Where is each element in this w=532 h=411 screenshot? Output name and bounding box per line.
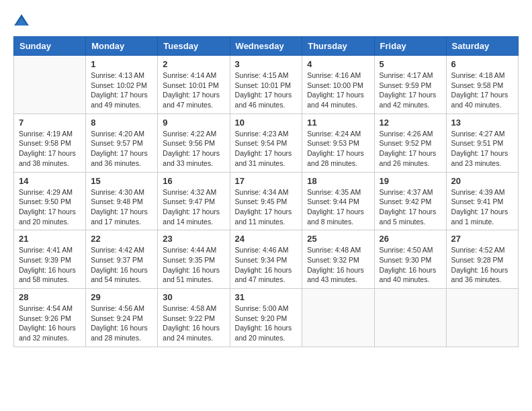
calendar-week-row: 28Sunrise: 4:54 AMSunset: 9:26 PMDayligh… <box>14 289 519 347</box>
calendar-cell <box>302 289 374 347</box>
logo <box>13 13 32 30</box>
day-info: Sunrise: 4:46 AMSunset: 9:34 PMDaylight:… <box>235 245 298 285</box>
day-number: 21 <box>19 234 81 244</box>
day-number: 19 <box>380 176 441 186</box>
day-number: 25 <box>307 234 369 244</box>
day-number: 11 <box>307 118 369 128</box>
day-info: Sunrise: 5:00 AMSunset: 9:20 PMDaylight:… <box>235 304 298 343</box>
day-of-week-header: Sunday <box>14 37 86 56</box>
day-info: Sunrise: 4:39 AMSunset: 9:41 PMDaylight:… <box>451 187 513 227</box>
day-info: Sunrise: 4:35 AMSunset: 9:44 PMDaylight:… <box>307 187 369 227</box>
calendar-week-row: 14Sunrise: 4:29 AMSunset: 9:50 PMDayligh… <box>14 172 519 230</box>
day-info: Sunrise: 4:15 AMSunset: 10:01 PMDaylight… <box>235 71 298 110</box>
calendar-cell: 20Sunrise: 4:39 AMSunset: 9:41 PMDayligh… <box>446 172 518 230</box>
day-info: Sunrise: 4:20 AMSunset: 9:57 PMDaylight:… <box>91 129 152 169</box>
calendar-week-row: 21Sunrise: 4:41 AMSunset: 9:39 PMDayligh… <box>14 230 519 289</box>
day-number: 2 <box>163 59 224 69</box>
day-number: 17 <box>235 176 298 186</box>
day-number: 31 <box>235 292 298 302</box>
day-number: 15 <box>91 176 152 186</box>
calendar-cell: 15Sunrise: 4:30 AMSunset: 9:48 PMDayligh… <box>86 172 158 230</box>
calendar-cell: 27Sunrise: 4:52 AMSunset: 9:28 PMDayligh… <box>446 230 518 289</box>
day-number: 14 <box>19 176 81 186</box>
day-info: Sunrise: 4:32 AMSunset: 9:47 PMDaylight:… <box>163 187 224 227</box>
day-number: 22 <box>91 234 152 244</box>
calendar-cell <box>374 289 446 347</box>
calendar-cell: 30Sunrise: 4:58 AMSunset: 9:22 PMDayligh… <box>158 289 230 347</box>
day-number: 24 <box>235 234 298 244</box>
day-number: 18 <box>307 176 369 186</box>
calendar-cell: 12Sunrise: 4:26 AMSunset: 9:52 PMDayligh… <box>374 113 446 172</box>
calendar-table: SundayMondayTuesdayWednesdayThursdayFrid… <box>13 36 519 347</box>
day-info: Sunrise: 4:26 AMSunset: 9:52 PMDaylight:… <box>380 129 441 169</box>
day-of-week-header: Monday <box>86 37 158 56</box>
calendar-cell: 23Sunrise: 4:44 AMSunset: 9:35 PMDayligh… <box>158 230 230 289</box>
calendar-cell <box>446 289 518 347</box>
day-info: Sunrise: 4:27 AMSunset: 9:51 PMDaylight:… <box>451 129 513 169</box>
day-number: 4 <box>307 59 369 69</box>
day-info: Sunrise: 4:14 AMSunset: 10:01 PMDaylight… <box>163 71 224 110</box>
calendar-cell: 10Sunrise: 4:23 AMSunset: 9:54 PMDayligh… <box>230 113 302 172</box>
calendar-cell: 14Sunrise: 4:29 AMSunset: 9:50 PMDayligh… <box>14 172 86 230</box>
day-info: Sunrise: 4:24 AMSunset: 9:53 PMDaylight:… <box>307 129 369 169</box>
day-number: 29 <box>91 292 152 302</box>
calendar-cell: 31Sunrise: 5:00 AMSunset: 9:20 PMDayligh… <box>230 289 302 347</box>
day-of-week-header: Tuesday <box>158 37 230 56</box>
day-number: 13 <box>451 118 513 128</box>
day-info: Sunrise: 4:30 AMSunset: 9:48 PMDaylight:… <box>91 187 152 227</box>
day-info: Sunrise: 4:37 AMSunset: 9:42 PMDaylight:… <box>380 187 441 227</box>
calendar-cell: 19Sunrise: 4:37 AMSunset: 9:42 PMDayligh… <box>374 172 446 230</box>
day-info: Sunrise: 4:18 AMSunset: 9:58 PMDaylight:… <box>451 71 513 110</box>
calendar-cell: 29Sunrise: 4:56 AMSunset: 9:24 PMDayligh… <box>86 289 158 347</box>
calendar-cell: 6Sunrise: 4:18 AMSunset: 9:58 PMDaylight… <box>446 56 518 114</box>
day-info: Sunrise: 4:52 AMSunset: 9:28 PMDaylight:… <box>451 245 513 285</box>
day-info: Sunrise: 4:16 AMSunset: 10:00 PMDaylight… <box>307 71 369 110</box>
calendar-cell: 25Sunrise: 4:48 AMSunset: 9:32 PMDayligh… <box>302 230 374 289</box>
day-info: Sunrise: 4:22 AMSunset: 9:56 PMDaylight:… <box>163 129 224 169</box>
calendar-cell: 7Sunrise: 4:19 AMSunset: 9:58 PMDaylight… <box>14 113 86 172</box>
day-number: 1 <box>91 59 152 69</box>
day-info: Sunrise: 4:44 AMSunset: 9:35 PMDaylight:… <box>163 245 224 285</box>
day-number: 5 <box>380 59 441 69</box>
day-number: 20 <box>451 176 513 186</box>
day-number: 12 <box>380 118 441 128</box>
day-number: 9 <box>163 118 224 128</box>
day-number: 10 <box>235 118 298 128</box>
day-info: Sunrise: 4:23 AMSunset: 9:54 PMDaylight:… <box>235 129 298 169</box>
calendar-cell: 4Sunrise: 4:16 AMSunset: 10:00 PMDayligh… <box>302 56 374 114</box>
day-info: Sunrise: 4:58 AMSunset: 9:22 PMDaylight:… <box>163 304 224 343</box>
day-number: 27 <box>451 234 513 244</box>
day-info: Sunrise: 4:56 AMSunset: 9:24 PMDaylight:… <box>91 304 152 343</box>
day-info: Sunrise: 4:17 AMSunset: 9:59 PMDaylight:… <box>380 71 441 110</box>
calendar-week-row: 7Sunrise: 4:19 AMSunset: 9:58 PMDaylight… <box>14 113 519 172</box>
day-info: Sunrise: 4:54 AMSunset: 9:26 PMDaylight:… <box>19 304 81 343</box>
calendar-cell: 26Sunrise: 4:50 AMSunset: 9:30 PMDayligh… <box>374 230 446 289</box>
day-of-week-header: Wednesday <box>230 37 302 56</box>
calendar-cell: 16Sunrise: 4:32 AMSunset: 9:47 PMDayligh… <box>158 172 230 230</box>
calendar-week-row: 1Sunrise: 4:13 AMSunset: 10:02 PMDayligh… <box>14 56 519 114</box>
day-of-week-header: Thursday <box>302 37 374 56</box>
calendar-cell: 24Sunrise: 4:46 AMSunset: 9:34 PMDayligh… <box>230 230 302 289</box>
day-info: Sunrise: 4:13 AMSunset: 10:02 PMDaylight… <box>91 71 152 110</box>
calendar-header-row: SundayMondayTuesdayWednesdayThursdayFrid… <box>14 37 519 56</box>
calendar-cell: 22Sunrise: 4:42 AMSunset: 9:37 PMDayligh… <box>86 230 158 289</box>
day-number: 26 <box>380 234 441 244</box>
day-info: Sunrise: 4:19 AMSunset: 9:58 PMDaylight:… <box>19 129 81 169</box>
day-info: Sunrise: 4:42 AMSunset: 9:37 PMDaylight:… <box>91 245 152 285</box>
calendar-cell: 1Sunrise: 4:13 AMSunset: 10:02 PMDayligh… <box>86 56 158 114</box>
day-of-week-header: Saturday <box>446 37 518 56</box>
day-number: 6 <box>451 59 513 69</box>
day-number: 7 <box>19 118 81 128</box>
calendar-cell: 18Sunrise: 4:35 AMSunset: 9:44 PMDayligh… <box>302 172 374 230</box>
calendar-cell <box>14 56 86 114</box>
page-header <box>13 13 519 30</box>
day-number: 16 <box>163 176 224 186</box>
calendar-cell: 13Sunrise: 4:27 AMSunset: 9:51 PMDayligh… <box>446 113 518 172</box>
day-number: 3 <box>235 59 298 69</box>
day-number: 23 <box>163 234 224 244</box>
day-info: Sunrise: 4:50 AMSunset: 9:30 PMDaylight:… <box>380 245 441 285</box>
logo-icon <box>13 13 30 30</box>
day-of-week-header: Friday <box>374 37 446 56</box>
calendar-cell: 8Sunrise: 4:20 AMSunset: 9:57 PMDaylight… <box>86 113 158 172</box>
day-number: 8 <box>91 118 152 128</box>
